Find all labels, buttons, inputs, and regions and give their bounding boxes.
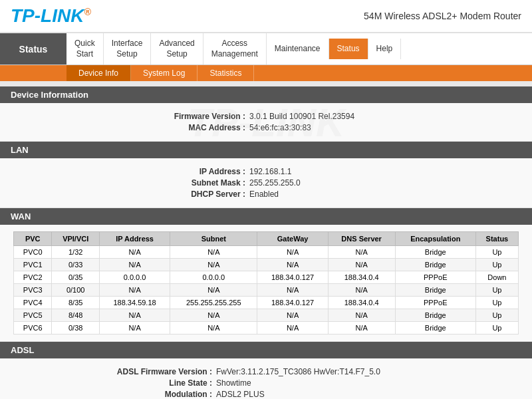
wan-cell-r0-c5: N/A <box>328 246 395 259</box>
wan-cell-r2-c4: 188.34.0.127 <box>257 271 328 284</box>
wan-cell-r0-c1: 1/32 <box>52 246 100 259</box>
adsl-linestate-value: Showtime <box>216 378 449 388</box>
content-area: Device Information Firmware Version : 3.… <box>0 86 532 399</box>
wan-cell-r5-c5: N/A <box>328 309 395 322</box>
wan-cell-r5-c4: N/A <box>257 309 328 322</box>
logo: TP-LINK® <box>11 5 91 27</box>
adsl-linestate-row: Line State : Showtime <box>20 378 512 388</box>
adsl-linestate-label: Line State : <box>83 378 216 388</box>
wan-cell-r5-c0: PVC5 <box>14 309 52 322</box>
wan-cell-r5-c3: N/A <box>170 309 257 322</box>
wan-cell-r2-c5: 188.34.0.4 <box>328 271 395 284</box>
wan-cell-r6-c0: PVC6 <box>14 322 52 334</box>
lan-dhcp-value: Enabled <box>249 190 416 199</box>
wan-col-vpi-vci: VPI/VCI <box>52 232 100 246</box>
wan-table-row: PVC20/350.0.0.00.0.0.0188.34.0.127188.34… <box>14 271 519 284</box>
wan-cell-r1-c5: N/A <box>328 259 395 271</box>
subnav-item-statistics[interactable]: Statistics <box>198 65 254 81</box>
wan-cell-r0-c3: N/A <box>170 246 257 259</box>
nav-item-access-management[interactable]: Access Management <box>203 33 267 65</box>
lan-subnet-value: 255.255.255.0 <box>249 178 416 188</box>
adsl-modulation-label: Modulation : <box>83 390 216 399</box>
wan-table-row: PVC01/32N/AN/AN/AN/ABridgeUp <box>14 246 519 259</box>
wan-cell-r3-c1: 0/100 <box>52 284 100 297</box>
device-title: 54M Wireless ADSL2+ Modem Router <box>364 11 521 21</box>
lan-dhcp-row: DHCP Server : Enabled <box>20 190 512 199</box>
wan-table-row: PVC58/48N/AN/AN/AN/ABridgeUp <box>14 309 519 322</box>
device-info-content: Firmware Version : 3.0.1 Build 100901 Re… <box>0 103 532 142</box>
wan-table-row: PVC10/33N/AN/AN/AN/ABridgeUp <box>14 259 519 271</box>
nav-item-help[interactable]: Help <box>368 39 402 60</box>
wan-cell-r3-c2: N/A <box>100 284 170 297</box>
adsl-firmware-label: ADSL Firmware Version : <box>83 367 216 376</box>
wan-table-row: PVC60/38N/AN/AN/AN/ABridgeUp <box>14 322 519 334</box>
wan-cell-r1-c7: Up <box>475 259 518 271</box>
wan-cell-r0-c6: Bridge <box>395 246 475 259</box>
logo-tp: TP-LINK <box>11 5 84 26</box>
firmware-value: 3.0.1 Build 100901 Rel.23594 <box>249 112 416 121</box>
wan-cell-r1-c4: N/A <box>257 259 328 271</box>
wan-cell-r6-c3: N/A <box>170 322 257 334</box>
wan-cell-r0-c0: PVC0 <box>14 246 52 259</box>
nav-item-status[interactable]: Status <box>329 39 368 60</box>
nav-item-maintenance[interactable]: Maintenance <box>267 39 329 60</box>
nav-item-quick-start[interactable]: Quick Start <box>66 33 104 65</box>
wan-cell-r3-c3: N/A <box>170 284 257 297</box>
adsl-firmware-value: FwVer:3.11.2.175_TC3086 HwVer:T14.F7_5.0 <box>216 367 449 376</box>
wan-cell-r4-c4: 188.34.0.127 <box>257 297 328 309</box>
wan-cell-r4-c5: 188.34.0.4 <box>328 297 395 309</box>
wan-table: PVCVPI/VCIIP AddressSubnetGateWayDNS Ser… <box>13 231 519 334</box>
wan-table-row: PVC48/35188.34.59.18255.255.255.255188.3… <box>14 297 519 309</box>
nav-items: Quick StartInterface SetupAdvanced Setup… <box>66 33 532 65</box>
lan-ip-value: 192.168.1.1 <box>249 167 416 176</box>
wan-cell-r5-c7: Up <box>475 309 518 322</box>
wan-col-gateway: GateWay <box>257 232 328 246</box>
wan-cell-r6-c4: N/A <box>257 322 328 334</box>
wan-cell-r4-c3: 255.255.255.255 <box>170 297 257 309</box>
firmware-row: Firmware Version : 3.0.1 Build 100901 Re… <box>20 112 512 121</box>
logo-reg: ® <box>84 7 90 17</box>
wan-cell-r6-c6: Bridge <box>395 322 475 334</box>
wan-cell-r3-c7: Up <box>475 284 518 297</box>
wan-cell-r6-c1: 0/38 <box>52 322 100 334</box>
nav-item-interface-setup[interactable]: Interface Setup <box>104 33 152 65</box>
wan-cell-r0-c7: Up <box>475 246 518 259</box>
wan-content: PVCVPI/VCIIP AddressSubnetGateWayDNS Ser… <box>0 225 532 342</box>
header: TP-LINK® 54M Wireless ADSL2+ Modem Route… <box>0 0 532 33</box>
wan-cell-r2-c2: 0.0.0.0 <box>100 271 170 284</box>
wan-table-body: PVC01/32N/AN/AN/AN/ABridgeUpPVC10/33N/AN… <box>14 246 519 334</box>
wan-cell-r6-c7: Up <box>475 322 518 334</box>
wan-cell-r5-c1: 8/48 <box>52 309 100 322</box>
lan-content: IP Address : 192.168.1.1 Subnet Mask : 2… <box>0 158 532 208</box>
subnav-item-system-log[interactable]: System Log <box>131 65 198 81</box>
firmware-label: Firmware Version : <box>116 112 249 121</box>
lan-ip-row: IP Address : 192.168.1.1 <box>20 167 512 176</box>
adsl-firmware-row: ADSL Firmware Version : FwVer:3.11.2.175… <box>20 367 512 376</box>
wan-cell-r3-c4: N/A <box>257 284 328 297</box>
wan-header: WAN <box>0 208 532 225</box>
wan-cell-r5-c2: N/A <box>100 309 170 322</box>
wan-col-encapsulation: Encapsulation <box>395 232 475 246</box>
wan-cell-r0-c2: N/A <box>100 246 170 259</box>
wan-cell-r2-c7: Down <box>475 271 518 284</box>
wan-cell-r1-c0: PVC1 <box>14 259 52 271</box>
wan-cell-r4-c2: 188.34.59.18 <box>100 297 170 309</box>
wan-cell-r6-c5: N/A <box>328 322 395 334</box>
wan-cell-r4-c7: Up <box>475 297 518 309</box>
wan-col-dns server: DNS Server <box>328 232 395 246</box>
nav-item-advanced-setup[interactable]: Advanced Setup <box>151 33 203 65</box>
wan-table-header: PVCVPI/VCIIP AddressSubnetGateWayDNS Ser… <box>14 232 519 246</box>
wan-cell-r2-c3: 0.0.0.0 <box>170 271 257 284</box>
wan-cell-r1-c3: N/A <box>170 259 257 271</box>
wan-cell-r2-c0: PVC2 <box>14 271 52 284</box>
wan-cell-r0-c4: N/A <box>257 246 328 259</box>
wan-cell-r3-c0: PVC3 <box>14 284 52 297</box>
status-label: Status <box>0 33 66 65</box>
mac-value: 54:e6:fc:a3:30:83 <box>249 123 416 132</box>
wan-cell-r4-c1: 8/35 <box>52 297 100 309</box>
wan-cell-r2-c1: 0/35 <box>52 271 100 284</box>
wan-cell-r1-c1: 0/33 <box>52 259 100 271</box>
lan-subnet-label: Subnet Mask : <box>116 178 249 188</box>
subnav-item-device-info[interactable]: Device Info <box>66 65 131 81</box>
adsl-modulation-row: Modulation : ADSL2 PLUS <box>20 390 512 399</box>
